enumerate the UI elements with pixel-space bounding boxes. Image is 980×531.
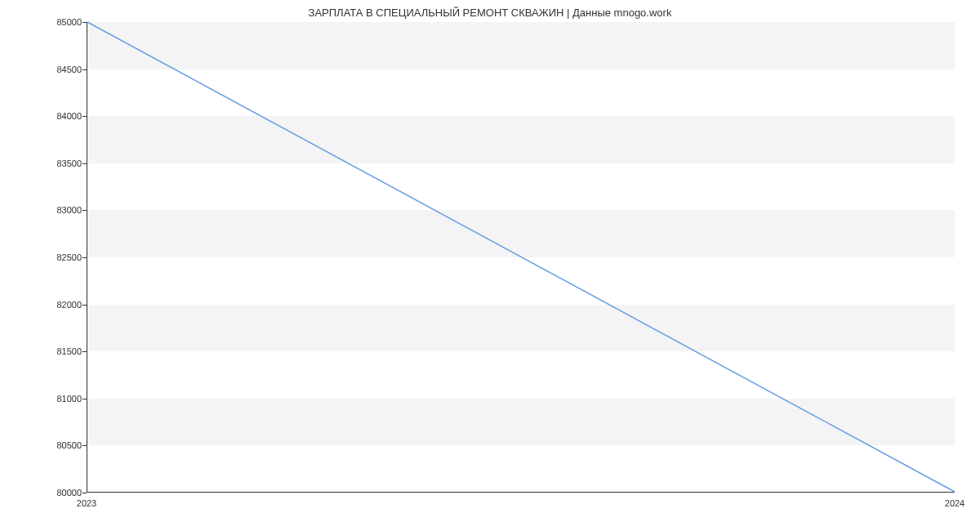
x-tick-label: 2023 xyxy=(77,498,96,508)
y-tick-mark xyxy=(82,493,87,493)
y-tick-mark xyxy=(82,399,87,399)
y-tick-mark xyxy=(82,351,87,352)
y-tick-mark xyxy=(82,69,87,70)
y-tick-label: 80000 xyxy=(33,488,82,498)
y-tick-mark xyxy=(82,257,87,258)
y-tick-mark xyxy=(82,305,87,306)
y-tick-label: 83000 xyxy=(33,205,82,215)
plot-area xyxy=(87,22,955,493)
y-tick-mark xyxy=(82,163,87,164)
x-tick-label: 2024 xyxy=(945,498,964,508)
y-tick-label: 84000 xyxy=(33,111,82,121)
y-tick-label: 82000 xyxy=(33,300,82,310)
chart-svg xyxy=(87,22,955,492)
y-tick-label: 83500 xyxy=(33,158,82,168)
y-tick-mark xyxy=(82,22,87,23)
y-tick-mark xyxy=(82,116,87,117)
y-tick-label: 82500 xyxy=(33,252,82,262)
y-tick-label: 80500 xyxy=(33,440,82,450)
y-tick-mark xyxy=(82,210,87,211)
y-tick-label: 84500 xyxy=(33,65,82,74)
y-tick-label: 85000 xyxy=(33,17,82,27)
y-tick-mark xyxy=(82,445,87,446)
data-series-line xyxy=(87,22,955,492)
y-tick-label: 81000 xyxy=(33,394,82,404)
y-tick-label: 81500 xyxy=(33,346,82,356)
chart-title: ЗАРПЛАТА В СПЕЦИАЛЬНЫЙ РЕМОНТ СКВАЖИН | … xyxy=(0,7,980,19)
